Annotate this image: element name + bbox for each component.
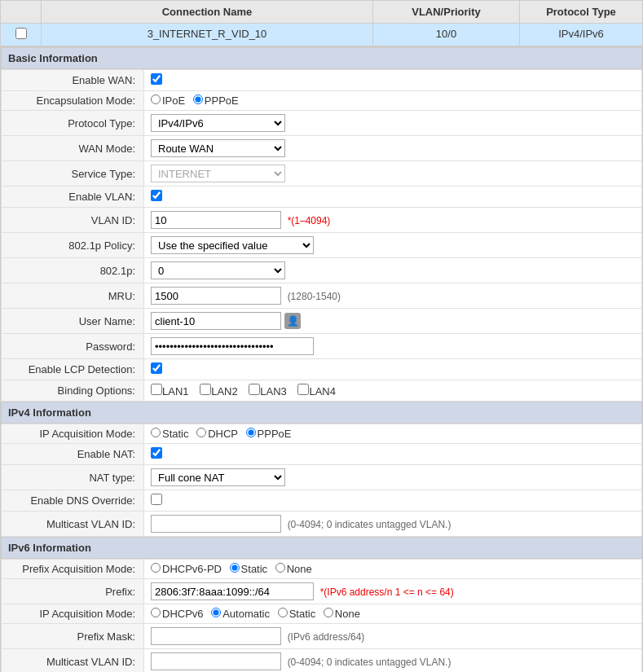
prefix-mask-label: Prefix Mask: [2, 624, 144, 649]
enable-nat-cell [144, 444, 642, 465]
prefix-input[interactable] [151, 582, 314, 600]
mru-hint: (1280-1540) [288, 291, 341, 302]
ipv6-multicast-hint: (0-4094; 0 indicates untagged VLAN.) [288, 657, 451, 668]
user-icon[interactable]: 👤 [284, 313, 301, 329]
lan4-label: LAN4 [309, 385, 336, 397]
enable-nat-checkbox[interactable] [151, 447, 162, 459]
encap-pppoe-radio[interactable] [193, 94, 203, 104]
nat-type-select[interactable]: Full cone NAT [151, 468, 285, 486]
vlan-id-cell: *(1–4094) [144, 208, 642, 233]
service-type-select[interactable]: INTERNET [151, 165, 285, 182]
enable-vlan-cell [144, 187, 642, 208]
prefix-mask-hint: (IPv6 address/64) [288, 631, 365, 643]
enable-wan-cell [144, 70, 642, 91]
prefix-hint: *(IPv6 address/n 1 <= n <= 64) [320, 586, 454, 598]
row-proto: IPv4/IPv6 [520, 24, 642, 46]
ipv6-auto-radio[interactable] [211, 608, 221, 617]
nat-type-cell: Full cone NAT [144, 465, 642, 490]
encap-mode-cell: IPoE PPPoE [144, 91, 642, 111]
lan3-checkbox[interactable] [249, 384, 260, 395]
enable-vlan-checkbox[interactable] [151, 190, 162, 201]
vlan-id-label: VLAN ID: [2, 208, 144, 233]
row-vlan: 10/0 [373, 24, 520, 46]
lcp-cell [144, 359, 642, 380]
policy-select[interactable]: Use the specified value [151, 236, 314, 254]
vlan-id-hint: *(1–4094) [288, 215, 331, 226]
mru-input[interactable] [151, 287, 281, 305]
dns-override-checkbox[interactable] [151, 494, 162, 505]
username-input[interactable] [151, 312, 281, 330]
ipv6-dhcpv6-radio[interactable] [151, 608, 161, 617]
username-label: User Name: [2, 309, 144, 334]
ipv4-pppoe-label: PPPoE [258, 428, 292, 440]
ipv4-multicast-hint: (0-4094; 0 indicates untagged VLAN.) [288, 519, 451, 530]
row-checkbox-cell[interactable] [1, 24, 42, 46]
binding-cell: LAN1 LAN2 LAN3 LAN4 [144, 380, 642, 402]
encap-ipoe-label: IPoE [162, 94, 185, 107]
ipv4-multicast-input[interactable] [151, 515, 281, 533]
vlan-id-input[interactable] [151, 211, 281, 229]
ipv6-static-radio[interactable] [278, 608, 288, 617]
service-type-label: Service Type: [2, 161, 144, 187]
encap-ipoe-radio[interactable] [151, 94, 161, 104]
wan-mode-select[interactable]: Route WAN [151, 139, 285, 157]
lan3-label: LAN3 [260, 385, 287, 397]
prefix-dhcpv6pd-radio[interactable] [151, 563, 161, 573]
lan2-checkbox[interactable] [200, 384, 211, 395]
service-type-cell: INTERNET [144, 161, 642, 187]
ipv6-multicast-cell: (0-4094; 0 indicates untagged VLAN.) [144, 649, 642, 673]
ipv6-acq-label: IP Acquisition Mode: [2, 604, 144, 624]
8021p-cell: 0 [144, 258, 642, 283]
proto-type-cell: IPv4/IPv6 [144, 111, 642, 136]
ipv6-none-radio[interactable] [324, 608, 333, 617]
ipv6-multicast-input[interactable] [151, 652, 281, 670]
lan1-checkbox[interactable] [151, 384, 162, 395]
ipv4-multicast-label: Multicast VLAN ID: [2, 512, 144, 537]
lcp-label: Enable LCP Detection: [2, 359, 144, 380]
ipv4-pppoe-radio[interactable] [246, 428, 256, 437]
encap-mode-label: Encapsulation Mode: [2, 91, 144, 111]
col-header-proto: Protocol Type [520, 1, 642, 23]
8021p-select[interactable]: 0 [151, 261, 285, 279]
enable-vlan-label: Enable VLAN: [2, 187, 144, 208]
ipv6-multicast-label: Multicast VLAN ID: [2, 649, 144, 673]
lan2-label: LAN2 [211, 385, 238, 397]
enable-nat-label: Enable NAT: [2, 444, 144, 465]
ipv6-info-header: IPv6 Information [1, 537, 642, 559]
dns-override-label: Enable DNS Override: [2, 490, 144, 512]
prefix-dhcpv6pd-label: DHCPv6-PD [162, 563, 222, 575]
ipv4-static-label: Static [162, 428, 189, 440]
ipv6-acq-cell: DHCPv6 Automatic Static None [144, 604, 642, 624]
prefix-none-label: None [287, 563, 312, 575]
col-header-vlan: VLAN/Priority [373, 1, 520, 23]
prefix-mask-input[interactable] [151, 627, 281, 645]
enable-wan-checkbox[interactable] [151, 73, 162, 85]
prefix-acq-cell: DHCPv6-PD Static None [144, 560, 642, 579]
lcp-checkbox[interactable] [151, 362, 162, 374]
ipv6-none-label: None [335, 608, 360, 620]
row-checkbox[interactable] [15, 28, 27, 39]
prefix-label: Prefix: [2, 579, 144, 604]
prefix-none-radio[interactable] [275, 563, 285, 573]
enable-wan-label: Enable WAN: [2, 70, 144, 91]
password-input[interactable] [151, 337, 314, 355]
policy-cell: Use the specified value [144, 233, 642, 258]
prefix-mask-cell: (IPv6 address/64) [144, 624, 642, 649]
prefix-static-radio[interactable] [230, 563, 240, 573]
username-cell: 👤 [144, 309, 642, 334]
lan4-checkbox[interactable] [297, 384, 309, 395]
ipv4-dhcp-radio[interactable] [196, 428, 206, 437]
proto-type-label: Protocol Type: [2, 111, 144, 136]
wan-mode-cell: Route WAN [144, 136, 642, 161]
encap-pppoe-label: PPPoE [205, 94, 239, 107]
ipv6-auto-label: Automatic [222, 608, 270, 620]
proto-type-select[interactable]: IPv4/IPv6 [151, 114, 285, 132]
ipv4-static-radio[interactable] [151, 428, 161, 437]
prefix-cell: *(IPv6 address/n 1 <= n <= 64) [144, 579, 642, 604]
mru-cell: (1280-1540) [144, 283, 642, 309]
ipv4-info-header: IPv4 Information [1, 402, 642, 424]
dns-override-cell [144, 490, 642, 512]
ipv6-dhcpv6-label: DHCPv6 [162, 608, 204, 620]
policy-label: 802.1p Policy: [2, 233, 144, 258]
prefix-acq-label: Prefix Acquisition Mode: [2, 560, 144, 579]
